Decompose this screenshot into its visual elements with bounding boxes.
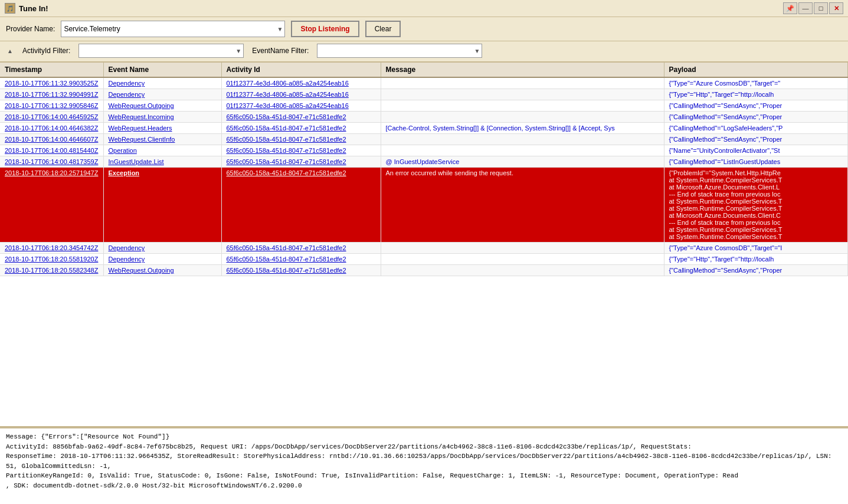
- col-header-message: Message: [381, 63, 664, 77]
- events-table: Timestamp Event Name Activity Id Message…: [0, 63, 848, 276]
- minimize-button[interactable]: —: [798, 2, 813, 14]
- col-header-activityid: Activity Id: [221, 63, 381, 77]
- provider-select[interactable]: Service.Telemetry: [61, 21, 285, 37]
- table-row[interactable]: 2018-10-17T06:14:00.4646382ZWebRequest.H…: [0, 123, 848, 134]
- activityid-filter-label: ActivityId Filter:: [22, 47, 70, 55]
- eventname-filter-select[interactable]: [317, 44, 482, 58]
- clear-button[interactable]: Clear: [365, 21, 401, 37]
- provider-label: Provider Name:: [6, 25, 55, 33]
- filter-row: ▲ ActivityId Filter: EventName Filter:: [0, 41, 848, 63]
- col-header-eventname: Event Name: [103, 63, 221, 77]
- table-row[interactable]: 2018-10-17T06:14:00.4646607ZWebRequest.C…: [0, 134, 848, 145]
- table-row[interactable]: 2018-10-17T06:18:20.5582348ZWebRequest.O…: [0, 265, 848, 276]
- title-bar-controls: 📌 — □ ✕: [783, 2, 843, 14]
- table-row[interactable]: 2018-10-17T06:11:32.9903525ZDependency01…: [0, 77, 848, 89]
- main-content: Timestamp Event Name Activity Id Message…: [0, 63, 848, 504]
- collapse-arrow[interactable]: ▲: [6, 47, 14, 55]
- stop-listening-button[interactable]: Stop Listening: [291, 21, 359, 37]
- table-header-row: Timestamp Event Name Activity Id Message…: [0, 63, 848, 77]
- toolbar: Provider Name: Service.Telemetry Stop Li…: [0, 17, 848, 41]
- table-row[interactable]: 2018-10-17T06:18:20.2571947ZException65f…: [0, 168, 848, 243]
- eventname-filter-label: EventName Filter:: [252, 47, 309, 55]
- col-header-payload: Payload: [664, 63, 848, 77]
- table-row[interactable]: 2018-10-17T06:18:20.5581920ZDependency65…: [0, 254, 848, 265]
- activityid-filter-select[interactable]: [78, 44, 244, 58]
- title-bar-left: 🎵 Tune In!: [5, 3, 48, 14]
- bottom-panel-text: Message: {"Errors":["Resource Not Found"…: [6, 432, 842, 490]
- pin-button[interactable]: 📌: [783, 2, 797, 14]
- eventname-filter-wrapper: [317, 44, 482, 58]
- table-row[interactable]: 2018-10-17T06:11:32.9905846ZWebRequest.O…: [0, 100, 848, 112]
- table-body: 2018-10-17T06:11:32.9903525ZDependency01…: [0, 77, 848, 276]
- table-row[interactable]: 2018-10-17T06:14:00.4815440ZOperation65f…: [0, 145, 848, 156]
- col-header-timestamp: Timestamp: [0, 63, 103, 77]
- title-bar: 🎵 Tune In! 📌 — □ ✕: [0, 0, 848, 17]
- close-button[interactable]: ✕: [829, 2, 843, 14]
- table-row[interactable]: 2018-10-17T06:18:20.3454742ZDependency65…: [0, 243, 848, 254]
- activityid-filter-wrapper: [78, 44, 244, 58]
- bottom-panel: Message: {"Errors":["Resource Not Found"…: [0, 427, 848, 504]
- table-container[interactable]: Timestamp Event Name Activity Id Message…: [0, 63, 848, 427]
- table-row[interactable]: 2018-10-17T06:14:00.4645925ZWebRequest.I…: [0, 112, 848, 123]
- maximize-button[interactable]: □: [814, 2, 828, 14]
- app-icon: 🎵: [5, 3, 15, 14]
- table-row[interactable]: 2018-10-17T06:14:00.4817359ZInGuestUpdat…: [0, 156, 848, 168]
- table-row[interactable]: 2018-10-17T06:11:32.9904991ZDependency01…: [0, 89, 848, 100]
- app-title: Tune In!: [19, 4, 48, 13]
- provider-select-wrapper: Service.Telemetry: [61, 21, 285, 37]
